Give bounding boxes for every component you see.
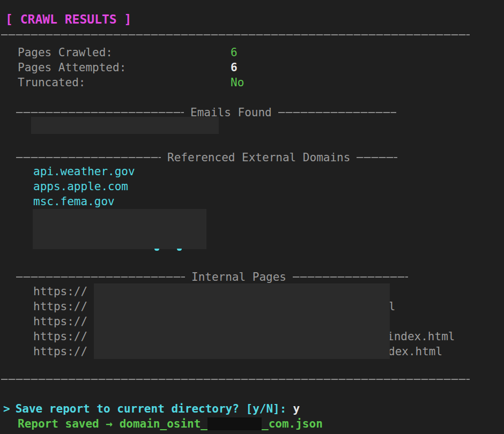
redacted-domains-block xyxy=(33,209,206,249)
stat-label-pages-attempted: Pages Attempted: xyxy=(18,60,126,75)
redacted-internal-pages-block xyxy=(94,283,390,359)
header-dash-line xyxy=(278,112,396,113)
external-domain-item: apps.apple.com xyxy=(33,179,128,194)
divider-line-bottom xyxy=(1,379,470,380)
stat-value-pages-attempted: 6 xyxy=(231,60,238,75)
stat-value-pages-crawled: 6 xyxy=(231,45,238,60)
stat-label-truncated: Truncated: xyxy=(18,75,85,90)
header-dash-line xyxy=(293,276,408,278)
section-header-external-domains: Referenced External Domains xyxy=(16,150,397,165)
section-title: Referenced External Domains xyxy=(167,150,350,165)
crawl-results-title: [ CRAWL RESULTS ] xyxy=(5,12,131,27)
redacted-text-descender xyxy=(177,249,182,251)
internal-page-url: https:// xyxy=(33,344,87,359)
external-domain-item: api.weather.gov xyxy=(33,164,135,179)
header-dash-line xyxy=(16,276,185,278)
header-dash-line xyxy=(357,157,397,158)
report-saved-suffix: _com.json xyxy=(262,416,323,431)
stat-label-pages-crawled: Pages Crawled: xyxy=(18,45,113,60)
divider-line-top xyxy=(1,34,470,35)
internal-page-url: https:// xyxy=(33,299,87,314)
section-title: Internal Pages xyxy=(191,270,286,285)
report-saved-line: Report saved → domain_osint_ _com.json xyxy=(18,416,323,431)
internal-page-url: https:// xyxy=(33,284,87,299)
internal-page-url: https:// xyxy=(33,329,87,344)
header-dash-line xyxy=(16,112,184,113)
prompt-answer: y xyxy=(293,401,300,416)
prompt-question: Save report to current directory? [y/N]: xyxy=(16,401,287,416)
redacted-emails-block xyxy=(31,117,219,134)
prompt-marker: > xyxy=(3,401,10,416)
internal-page-url: https:// xyxy=(33,314,87,329)
redacted-filename-block xyxy=(207,417,262,430)
redacted-text-descender xyxy=(154,249,159,251)
internal-page-url-fragment: index.html xyxy=(387,329,455,344)
terminal-screen[interactable]: [ CRAWL RESULTS ] Pages Crawled: 6 Pages… xyxy=(0,0,504,434)
internal-page-url-fragment: dex.html xyxy=(388,344,442,359)
external-domain-item: msc.fema.gov xyxy=(33,194,115,209)
stat-value-truncated: No xyxy=(231,75,244,90)
report-saved-prefix: Report saved → domain_osint_ xyxy=(18,416,207,431)
section-header-internal-pages: Internal Pages xyxy=(16,270,408,285)
header-dash-line xyxy=(16,157,161,158)
prompt-line: > Save report to current directory? [y/N… xyxy=(3,401,300,416)
